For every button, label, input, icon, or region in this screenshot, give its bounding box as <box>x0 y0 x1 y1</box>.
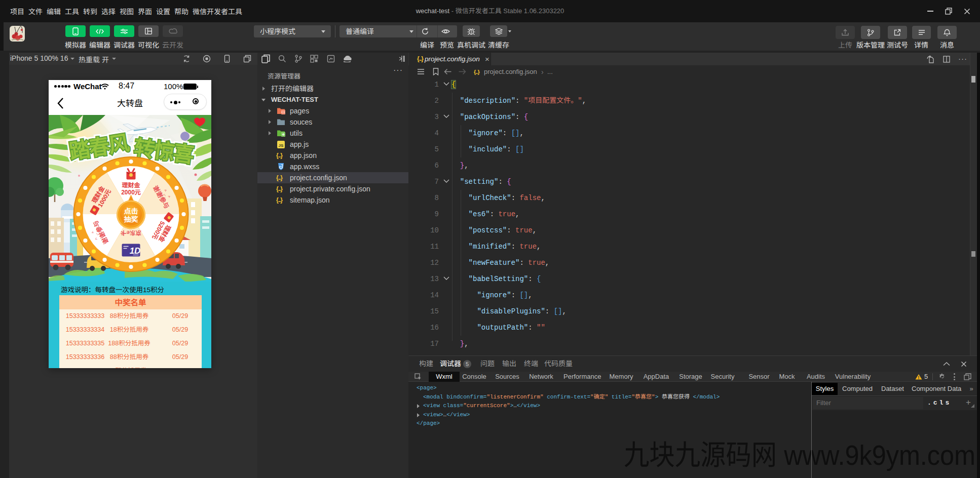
svg-text:JS: JS <box>279 143 284 148</box>
svg-text:点击: 点击 <box>124 207 138 215</box>
svg-text:理财金: 理财金 <box>122 182 140 189</box>
svg-text:抽奖: 抽奖 <box>124 215 139 223</box>
svg-text:1D: 1D <box>130 246 141 256</box>
svg-text:京东e卡: 京东e卡 <box>121 230 141 236</box>
svg-text:九块九源码网 www.9k9ym.com: 九块九源码网 www.9k9ym.com <box>624 439 975 471</box>
